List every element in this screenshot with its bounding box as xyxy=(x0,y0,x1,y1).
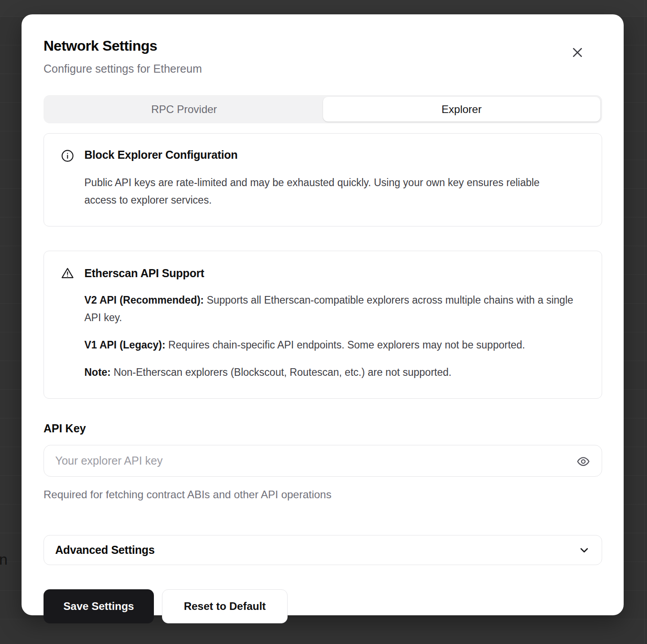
block-explorer-info-card: Block Explorer Configuration Public API … xyxy=(44,133,602,226)
warning-item-v1: V1 API (Legacy): Requires chain-specific… xyxy=(84,336,585,354)
dialog-title: Network Settings xyxy=(44,38,602,54)
advanced-settings-toggle[interactable]: Advanced Settings xyxy=(44,535,602,565)
eye-icon xyxy=(577,455,590,468)
warning-item-note-label: Note: xyxy=(84,366,111,378)
warning-item-v1-text: Requires chain-specific API endpoints. S… xyxy=(168,339,525,351)
info-card-body: Public API keys are rate-limited and may… xyxy=(84,174,553,209)
api-key-helper-text: Required for fetching contract ABIs and … xyxy=(44,488,602,501)
warning-item-v1-label: V1 API (Legacy): xyxy=(84,339,166,351)
reset-to-default-button[interactable]: Reset to Default xyxy=(162,589,288,623)
background-partial-text: n xyxy=(0,551,8,568)
warning-item-note-text: Non-Etherscan explorers (Blockscout, Rou… xyxy=(114,366,451,378)
background-divider xyxy=(644,0,645,644)
dialog-subtitle: Configure settings for Ethereum xyxy=(44,62,602,75)
api-key-input[interactable] xyxy=(44,445,602,477)
dialog-footer: Save Settings Reset to Default xyxy=(44,589,602,623)
toggle-visibility-button[interactable] xyxy=(574,453,592,470)
tab-explorer[interactable]: Explorer xyxy=(323,97,601,122)
screen: n Network Settings Configure settings fo… xyxy=(0,0,647,644)
save-settings-label: Save Settings xyxy=(63,600,134,613)
api-key-label: API Key xyxy=(44,422,602,435)
save-settings-button[interactable]: Save Settings xyxy=(44,589,154,623)
x-icon xyxy=(571,46,584,59)
tab-bar: RPC Provider Explorer xyxy=(44,95,602,123)
close-button[interactable] xyxy=(570,45,585,60)
network-settings-dialog: Network Settings Configure settings for … xyxy=(22,14,624,615)
warning-item-v2: V2 API (Recommended): Supports all Ether… xyxy=(84,292,585,326)
alert-triangle-icon xyxy=(61,267,84,280)
api-key-input-wrap xyxy=(44,445,602,477)
warning-item-note: Note: Non-Etherscan explorers (Blockscou… xyxy=(84,364,585,381)
tab-explorer-label: Explorer xyxy=(442,103,481,116)
info-circle-icon xyxy=(61,149,84,162)
tab-rpc-provider[interactable]: RPC Provider xyxy=(45,97,323,122)
warning-item-v2-label: V2 API (Recommended): xyxy=(84,294,204,306)
info-card-title: Block Explorer Configuration xyxy=(84,148,585,161)
warning-card-title: Etherscan API Support xyxy=(84,267,585,280)
tab-rpc-provider-label: RPC Provider xyxy=(151,103,217,116)
advanced-settings-label: Advanced Settings xyxy=(55,544,155,557)
chevron-down-icon xyxy=(578,544,590,557)
reset-to-default-label: Reset to Default xyxy=(184,600,266,613)
etherscan-support-card: Etherscan API Support V2 API (Recommende… xyxy=(44,251,602,399)
